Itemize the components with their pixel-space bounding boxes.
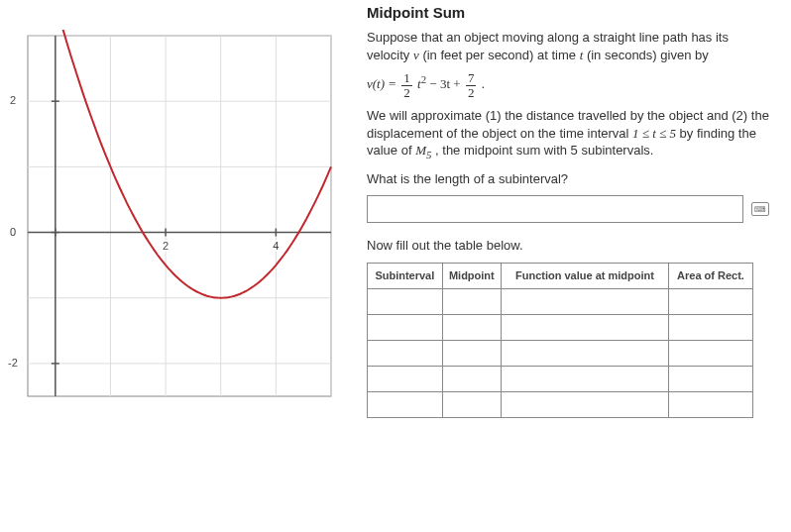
table-cell[interactable] [501, 288, 668, 314]
sym-t: t [580, 48, 584, 62]
keyboard-icon[interactable]: ⌨ [751, 202, 769, 216]
th-subinterval: Subinterval [368, 263, 443, 288]
table-cell[interactable] [368, 314, 443, 340]
table-row [368, 288, 753, 314]
frac2-den: 2 [466, 86, 477, 100]
eq-sup: 2 [421, 73, 426, 85]
table-cell[interactable] [669, 288, 753, 314]
table-cell[interactable] [669, 366, 753, 391]
table-cell[interactable] [501, 314, 668, 340]
interval: 1 ≤ t ≤ 5 [632, 126, 676, 141]
M5: M5 [415, 143, 431, 158]
table-row [368, 314, 753, 340]
frac-seven-half: 7 2 [466, 71, 477, 99]
table-cell[interactable] [442, 366, 501, 391]
table-cell[interactable] [368, 340, 443, 366]
frac1-num: 1 [401, 71, 412, 86]
page-title: Midpoint Sum [367, 4, 771, 21]
table-cell[interactable] [368, 366, 443, 391]
intro-text-c: (in seconds) given by [587, 48, 709, 62]
ytick-2: 2 [10, 94, 16, 106]
M-sym: M [415, 143, 426, 158]
table-cell[interactable] [442, 340, 501, 366]
para2-c: , the midpoint sum with 5 subintervals. [435, 143, 653, 158]
svg-rect-0 [28, 36, 331, 396]
riemann-table: Subinterval Midpoint Function value at m… [367, 263, 753, 418]
table-cell[interactable] [669, 314, 753, 340]
eq-lhs: v(t) = [367, 76, 399, 91]
ytick--2: -2 [8, 357, 18, 369]
table-row [368, 391, 753, 417]
sym-v: v [413, 48, 419, 62]
xtick-2: 2 [163, 240, 169, 252]
table-header-row: Subinterval Midpoint Function value at m… [368, 263, 753, 288]
frac2-num: 7 [466, 71, 477, 86]
intro-text-b: (in feet per second) at time [422, 48, 579, 62]
table-cell[interactable] [368, 288, 443, 314]
M-sub: 5 [426, 149, 431, 160]
xtick-4: 4 [273, 240, 279, 252]
equation: v(t) = 1 2 t2 − 3t + 7 2 . [367, 71, 771, 99]
th-fval: Function value at midpoint [501, 263, 668, 288]
problem-intro: Suppose that an object moving along a st… [367, 29, 771, 63]
table-cell[interactable] [501, 366, 668, 391]
table-prompt: Now fill out the table below. [367, 237, 771, 255]
table-cell[interactable] [442, 391, 501, 417]
table-row [368, 340, 753, 366]
velocity-chart: 2 0 -2 2 4 [4, 30, 341, 406]
table-cell[interactable] [669, 340, 753, 366]
frac-half: 1 2 [401, 71, 412, 99]
th-midpoint: Midpoint [442, 263, 501, 288]
table-cell[interactable] [442, 288, 501, 314]
eq-mid: − 3t + [429, 76, 464, 91]
frac1-den: 2 [401, 86, 412, 100]
table-row [368, 366, 753, 391]
table-cell[interactable] [669, 391, 753, 417]
table-cell[interactable] [368, 391, 443, 417]
ytick-0: 0 [10, 226, 16, 238]
eq-tail: . [482, 76, 485, 91]
table-cell[interactable] [501, 391, 668, 417]
question-1: What is the length of a subinterval? [367, 170, 771, 188]
table-cell[interactable] [501, 340, 668, 366]
problem-para2: We will approximate (1) the distance tra… [367, 107, 771, 161]
th-area: Area of Rect. [669, 263, 753, 288]
subinterval-length-input[interactable] [367, 195, 743, 223]
table-cell[interactable] [442, 314, 501, 340]
